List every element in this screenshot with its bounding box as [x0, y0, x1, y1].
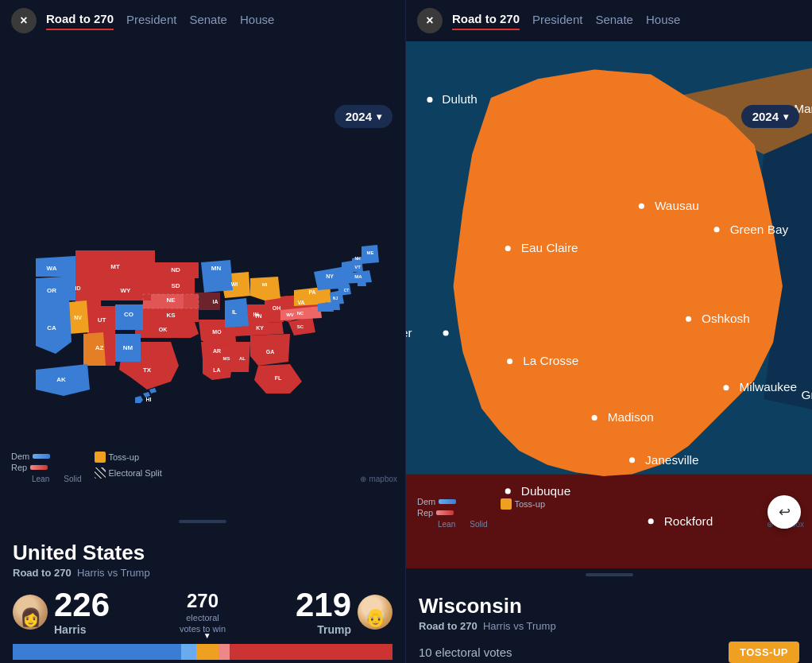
svg-point-76 — [648, 518, 654, 524]
svg-point-60 — [714, 227, 720, 232]
right-map-area: 2024 ▾ — [406, 41, 812, 568]
right-nav: Road to 270 President Senate House — [452, 12, 680, 30]
left-scroll-handle — [179, 520, 226, 523]
svg-text:Duluth: Duluth — [442, 92, 477, 106]
left-bottom-card: United States Road to 270 Harris vs Trum… — [0, 528, 405, 663]
svg-text:Rockford: Rockford — [664, 514, 713, 528]
right-party-legend: Dem Rep Lean Solid — [417, 497, 488, 529]
rep-label: Rep — [11, 463, 27, 472]
right-tab-senate[interactable]: Senate — [595, 13, 633, 29]
svg-point-70 — [723, 385, 729, 390]
right-tab-road-to-270[interactable]: Road to 270 — [452, 12, 520, 30]
wi-ev-row: 10 electoral votes TOSS-UP — [419, 642, 799, 663]
right-solid-label: Solid — [470, 520, 487, 529]
svg-text:Wausau: Wausau — [655, 199, 699, 212]
svg-text:WI: WI — [231, 281, 238, 287]
svg-text:NV: NV — [74, 315, 82, 320]
right-tossup-label: Toss-up — [515, 499, 546, 509]
right-rep-swatch — [436, 510, 454, 515]
right-lean-label: Lean — [438, 520, 455, 529]
lean-label: Lean — [32, 475, 49, 483]
right-bottom-card: Wisconsin Road to 270 Harris vs Trump 10… — [406, 581, 812, 663]
left-legend: Dem Rep Lean Solid Toss-up — [11, 452, 162, 483]
svg-text:hester: hester — [406, 326, 412, 339]
svg-text:OR: OR — [47, 287, 56, 294]
us-map-svg[interactable]: WA OR CA ID MT WY UT CO AZ NM NV ND SD N… — [12, 175, 393, 413]
right-panel: × Road to 270 President Senate House 202… — [406, 0, 812, 663]
svg-text:OK: OK — [159, 327, 168, 332]
tossup-swatch — [95, 452, 106, 463]
svg-text:Oshkosh: Oshkosh — [702, 312, 750, 325]
svg-text:MS: MS — [223, 356, 230, 361]
right-year-dropdown[interactable]: 2024 ▾ — [741, 105, 799, 128]
rep-bar-solid — [230, 644, 392, 660]
left-year-label: 2024 — [346, 110, 372, 123]
left-chevron-down-icon: ▾ — [377, 111, 381, 122]
left-tab-road-to-270[interactable]: Road to 270 — [46, 12, 114, 30]
svg-text:KY: KY — [256, 325, 264, 331]
svg-text:WY: WY — [121, 287, 132, 294]
trump-name: Trump — [296, 623, 351, 636]
svg-text:Milwaukee: Milwaukee — [739, 380, 797, 394]
svg-text:UT: UT — [98, 316, 106, 324]
right-state-title: Wisconsin — [419, 594, 799, 618]
svg-text:GA: GA — [266, 349, 275, 355]
right-header: × Road to 270 President Senate House — [406, 0, 812, 41]
right-year-label: 2024 — [752, 110, 779, 123]
solid-label: Solid — [64, 475, 81, 483]
right-scroll-handle — [586, 573, 633, 576]
left-vote-bar — [13, 644, 392, 660]
harris-avatar: 👩 — [13, 595, 48, 630]
svg-text:La Crosse: La Crosse — [523, 354, 578, 367]
right-close-button[interactable]: × — [417, 8, 443, 33]
svg-text:IA: IA — [213, 299, 218, 304]
svg-text:WA: WA — [47, 265, 57, 272]
svg-text:MI: MI — [262, 282, 268, 287]
left-nav: Road to 270 President Senate House — [46, 12, 274, 30]
left-tab-senate[interactable]: Senate — [189, 13, 227, 29]
dem-swatch — [33, 454, 50, 459]
left-header: × Road to 270 President Senate House — [0, 0, 405, 41]
svg-text:OH: OH — [273, 305, 281, 311]
trump-avatar: 👴 — [358, 595, 392, 630]
rep-bar-lean — [218, 644, 230, 660]
svg-text:NM: NM — [123, 344, 133, 351]
left-map-area: 2024 ▾ — [0, 41, 405, 515]
party-legend: Dem Rep Lean Solid — [11, 452, 82, 483]
left-year-dropdown[interactable]: 2024 ▾ — [334, 105, 392, 128]
left-close-button[interactable]: × — [11, 8, 37, 33]
svg-point-66 — [686, 316, 691, 322]
right-road-subtitle: Road to 270 Harris vs Trump — [419, 620, 799, 632]
right-tab-president[interactable]: President — [532, 13, 582, 29]
svg-text:MA: MA — [354, 274, 362, 279]
svg-text:AL: AL — [239, 356, 246, 361]
svg-text:CA: CA — [47, 324, 56, 332]
svg-text:MN: MN — [211, 265, 222, 272]
tossup-bar — [196, 644, 218, 660]
svg-point-56 — [505, 246, 511, 251]
back-button[interactable]: ↩ — [768, 495, 801, 529]
harris-votes: 226 — [54, 588, 110, 622]
svg-text:Eau Claire: Eau Claire — [521, 241, 578, 254]
right-tossup-swatch — [501, 498, 512, 510]
wi-ev-count: 10 electoral votes — [419, 646, 512, 659]
svg-text:SD: SD — [171, 282, 180, 289]
svg-text:FL: FL — [275, 375, 282, 381]
ev-needed: 270 — [180, 590, 226, 612]
svg-text:NC: NC — [297, 311, 304, 316]
right-tab-house[interactable]: House — [646, 13, 680, 29]
svg-text:NJ: NJ — [333, 296, 338, 300]
svg-text:VA: VA — [297, 300, 304, 305]
wi-tossup-badge: TOSS-UP — [729, 642, 799, 663]
svg-text:CO: CO — [124, 311, 133, 318]
tossup-legend: Toss-up Electoral Split — [95, 452, 162, 479]
left-ev-section: 👩 226 Harris 270 electoralvotes to win 👴… — [13, 588, 392, 636]
right-chevron-down-icon: ▾ — [783, 111, 788, 122]
svg-point-64 — [507, 359, 512, 364]
svg-text:TN: TN — [254, 313, 261, 319]
svg-text:Madison: Madison — [608, 410, 654, 424]
left-tab-president[interactable]: President — [126, 13, 176, 29]
right-dem-label: Dem — [417, 497, 435, 506]
left-tab-house[interactable]: House — [240, 13, 274, 29]
svg-text:IL: IL — [232, 309, 238, 315]
